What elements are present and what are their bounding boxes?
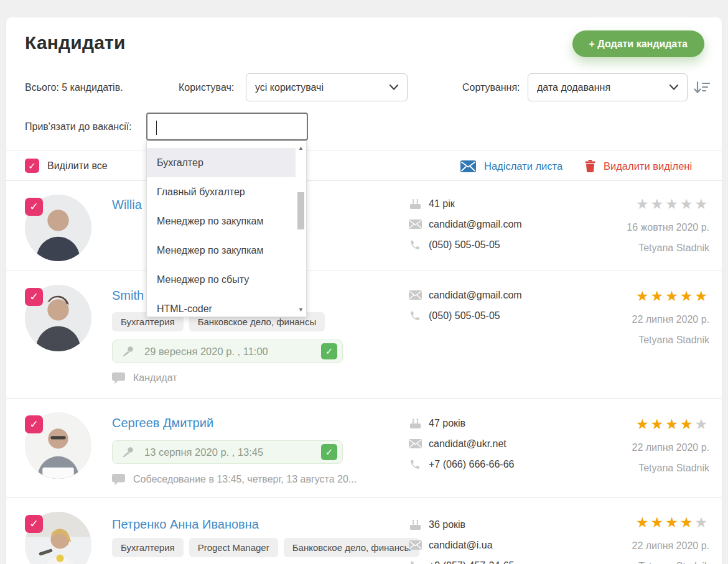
star-icon[interactable]: ★ [665,514,680,530]
star-icon[interactable]: ★ [665,416,680,432]
phone-icon [408,310,422,321]
sort-select[interactable]: дата додавання [528,73,688,101]
star-icon[interactable]: ★ [680,288,695,304]
candidate-name[interactable]: Петренко Анна Ивановна [112,517,259,532]
interview-date: 29 вересня 2020 р. , 11:00 [144,346,321,358]
candidate-tag: Банковское дело, финансы [284,538,420,557]
user-filter-value: усі користувачі [255,82,383,93]
vacancy-option[interactable]: Менеджер по закупкам [147,206,296,236]
vacancy-filter-label: Прив'язати до вакансії: [25,113,132,141]
sort-label: Сортування: [462,73,520,101]
star-icon[interactable]: ★ [694,514,709,530]
candidate-comment: Кандидат [112,371,177,386]
star-icon[interactable]: ★ [694,196,709,212]
star-icon[interactable]: ★ [694,416,709,432]
rating-stars[interactable]: ★★★★★ [632,514,709,530]
candidate-checkbox[interactable]: ✓ [25,515,43,533]
envelope-icon [408,290,422,300]
scroll-up-icon[interactable]: ▲ [296,144,306,152]
candidate-email: candidat@i.ua [429,540,493,551]
star-icon[interactable]: ★ [651,416,666,432]
user-filter-label: Користувач: [179,73,234,101]
vacancy-option[interactable]: Бухгалтер [147,148,296,177]
candidate-meta: ★★★★★ 16 жовтня 2020 р. Tetyana Stadnik [627,196,709,258]
comment-text: Собеседование в 13:45, четверг, 13 авгус… [133,474,357,485]
candidate-meta: ★★★★★ 22 липня 2020 р. Tetyana Stadnik [632,514,709,564]
cake-icon [408,519,422,530]
content-card: Кандидати + Додати кандидата Всього: 5 к… [6,17,722,564]
candidate-name[interactable]: Сергеев Дмитрий [112,416,213,430]
vacancy-option[interactable]: Менеджер по закупкам [147,236,296,265]
dropdown-scrollbar[interactable]: ▲ ▼ [296,141,306,317]
star-icon[interactable]: ★ [680,196,695,212]
delete-selected-button[interactable]: Видалити виділені [585,150,692,182]
star-icon[interactable]: ★ [636,288,651,304]
star-icon[interactable]: ★ [636,416,651,432]
added-date: 22 липня 2020 р. [632,535,709,556]
candidate-meta: ★★★★★ 22 липня 2020 р. Tetyana Stadnik [632,288,709,350]
candidate-tag: Progect Manager [189,538,278,557]
interview-date: 13 серпня 2020 р. , 13:45 [144,446,321,458]
vacancy-search-field[interactable] [146,113,308,141]
star-icon[interactable]: ★ [665,196,680,212]
star-icon[interactable]: ★ [665,288,680,304]
recruiter-name: Tetyana Stadnik [632,556,709,564]
candidate-email: candidat@gmail.com [429,290,522,301]
interview-done-checkbox[interactable]: ✓ [321,343,337,359]
vacancy-option[interactable]: Менеджер по сбыту [147,265,296,294]
microphone-icon [121,345,134,358]
select-all-label: Виділити все [47,150,108,182]
sort-value: дата додавання [537,82,663,93]
sort-direction-icon[interactable] [692,78,712,97]
send-letter-button[interactable]: Надіслати листа [460,150,562,182]
star-icon[interactable]: ★ [680,416,695,432]
rating-stars[interactable]: ★★★★★ [632,288,709,304]
candidate-row: ✓ Петренко Анна Ивановна БухгалтерияProg… [6,498,722,564]
star-icon[interactable]: ★ [651,514,666,530]
star-icon[interactable]: ★ [636,514,651,530]
interview-field[interactable]: 29 вересня 2020 р. , 11:00 ✓ [112,340,343,363]
cake-icon [408,198,422,210]
scrollbar-thumb[interactable] [297,192,304,229]
vacancy-option-list: БухгалтерГлавный бухгалтерМенеджер по за… [147,141,306,317]
envelope-icon [408,540,422,550]
vacancy-search-input[interactable] [147,114,307,139]
star-icon[interactable]: ★ [680,514,695,530]
trash-icon [585,160,595,172]
chevron-down-icon [670,85,678,90]
scroll-down-icon[interactable]: ▼ [296,305,306,314]
add-candidate-button[interactable]: + Додати кандидата [572,30,704,57]
candidate-checkbox[interactable]: ✓ [25,415,43,433]
star-icon[interactable]: ★ [651,288,666,304]
candidate-name[interactable]: Willia [112,198,142,212]
vacancy-option[interactable]: Главный бухгалтер [147,177,296,206]
contact-info: candidat@gmail.com (050) 505-05-05 [408,285,522,326]
recruiter-name: Tetyana Stadnik [627,238,709,258]
candidate-email: candidat@ukr.net [429,438,506,450]
candidate-phone: (050) 505-05-05 [429,310,500,321]
star-icon[interactable]: ★ [651,196,666,212]
phone-icon [408,459,422,470]
candidate-comment: Собеседование в 13:45, четверг, 13 авгус… [112,472,357,487]
candidate-meta: ★★★★★ 22 липня 2020 р. Tetyana Stadnik [632,416,709,478]
rating-stars[interactable]: ★★★★★ [627,196,709,212]
recruiter-name: Tetyana Stadnik [632,330,709,350]
candidate-checkbox[interactable]: ✓ [25,288,43,306]
send-letter-label: Надіслати листа [484,160,562,172]
interview-field[interactable]: 13 серпня 2020 р. , 13:45 ✓ [112,440,343,464]
rating-stars[interactable]: ★★★★★ [632,416,709,432]
user-filter-select[interactable]: усі користувачі [246,73,408,101]
candidate-row: ✓ Smith БухгалтерияБанковское дело, фина… [6,271,722,399]
candidate-row: ✓ Willia 41 рік candidat@gmail.com (050)… [6,181,722,271]
star-icon[interactable]: ★ [636,196,651,212]
candidate-checkbox[interactable]: ✓ [25,198,43,216]
candidate-list: ✓ Willia 41 рік candidat@gmail.com (050)… [6,181,722,564]
added-date: 22 липня 2020 р. [632,309,709,330]
select-all-checkbox[interactable]: ✓ [25,159,39,173]
comment-icon [112,372,125,384]
star-icon[interactable]: ★ [694,288,709,304]
vacancy-option[interactable]: HTML-coder [147,294,296,317]
contact-info: 41 рік candidat@gmail.com (050) 505-05-0… [408,193,522,255]
interview-done-checkbox[interactable]: ✓ [321,444,337,460]
candidate-name[interactable]: Smith [112,289,144,303]
